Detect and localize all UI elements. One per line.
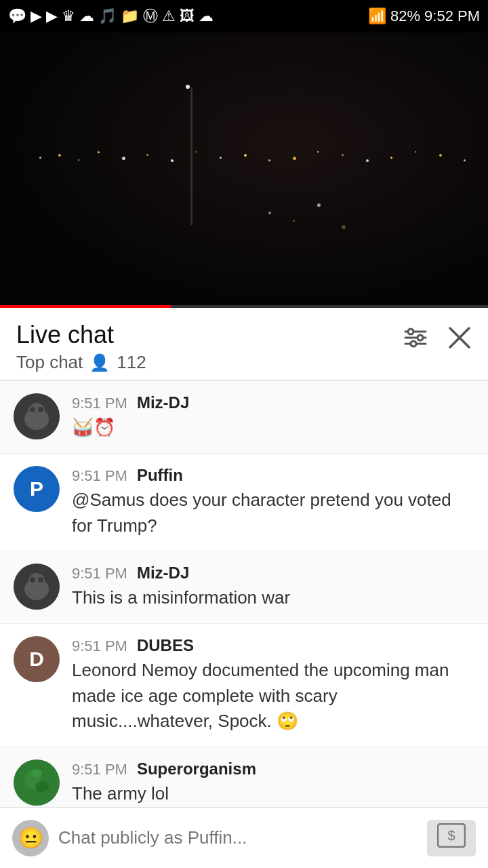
svg-point-16 [30,577,35,583]
svg-point-11 [30,407,35,412]
status-icons: 💬 ▶ ▶ ♛ ☁ 🎵 📁 Ⓜ ⚠ 🖼 ☁ [8,6,214,26]
chat-time: 9:51 PM [72,637,127,655]
chat-message-text: Leonord Nemoy documented the upcoming ma… [72,658,474,734]
emoji-icon: 😐 [18,826,43,850]
status-bar: 💬 ▶ ▶ ♛ ☁ 🎵 📁 Ⓜ ⚠ 🖼 ☁ 📶 82% 9:52 PM [0,0,488,33]
svg-text:$: $ [447,828,455,843]
m-icon: Ⓜ [143,6,158,26]
close-button[interactable] [447,326,472,353]
chat-header-left: Live chat Top chat 👤 112 [16,320,146,373]
chat-input[interactable] [58,827,418,848]
avatar [14,393,60,439]
chat-time: 9:51 PM [72,395,127,412]
svg-point-3 [408,329,413,334]
chat-subtitle: Top chat 👤 112 [16,352,146,373]
chat-meta: 9:51 PM Puffin [72,466,474,485]
music-icon: 🎵 [98,7,117,25]
cloud-icon: ☁ [79,7,94,25]
cloud2-icon: ☁ [199,7,214,25]
svg-point-4 [418,335,423,340]
chat-time: 9:51 PM [72,565,127,583]
video-background [0,33,488,308]
message-icon: 💬 [8,7,26,25]
video-progress-fill [0,305,171,308]
chat-username: Superorganism [137,760,256,778]
chat-meta: 9:51 PM DUBES [72,636,474,655]
chat-message-text: This is a misinformation war [72,585,474,611]
chat-header-right [403,320,472,353]
chat-meta: 9:51 PM Miz-DJ [72,564,474,583]
chat-meta: 9:51 PM Miz-DJ [72,393,474,412]
avatar: D [14,636,60,682]
youtube-icon: ▶ [30,7,42,25]
svg-point-17 [38,577,43,583]
send-button[interactable]: $ [427,820,476,856]
video-progress-bar[interactable] [0,305,488,308]
city-lights [0,33,488,308]
emoji-button[interactable]: 😐 [12,820,49,856]
filter-button[interactable] [403,326,428,353]
chat-content: 9:51 PM Puffin @Samus does your characte… [72,466,474,538]
clock-time: 9:52 PM [424,7,480,25]
youtube2-icon: ▶ [46,7,58,25]
chat-content: 9:51 PM Superorganism The army lol [72,760,474,807]
avatar [14,564,60,610]
viewer-icon: 👤 [89,353,110,372]
chat-username: Puffin [137,466,183,485]
chat-message-item: D 9:51 PM DUBES Leonord Nemoy documented… [0,624,488,747]
avatar [14,760,60,806]
chat-message-text: @Samus does your character pretend you v… [72,488,474,538]
warning-icon: ⚠ [162,7,176,25]
top-chat-label: Top chat [16,352,83,373]
chat-meta: 9:51 PM Superorganism [72,760,474,778]
chat-message-item: 9:51 PM Miz-DJ 🥁⏰ [0,381,488,454]
chat-username: Miz-DJ [137,393,189,412]
video-player[interactable] [0,33,488,308]
chat-message-text: The army lol [72,781,474,807]
chat-username: DUBES [137,636,194,655]
crown-icon: ♛ [62,7,75,25]
chat-time: 9:51 PM [72,467,127,485]
chat-list: 9:51 PM Miz-DJ 🥁⏰ P 9:51 PM Puffin @Samu… [0,381,488,868]
image-icon: 🖼 [180,7,195,25]
chat-username: Miz-DJ [137,564,189,583]
chat-message-text: 🥁⏰ [72,415,474,441]
avatar-letter: P [30,477,43,500]
chat-message-item: 9:51 PM Miz-DJ This is a misinformation … [0,551,488,624]
chat-content: 9:51 PM Miz-DJ 🥁⏰ [72,393,474,441]
status-right: 📶 82% 9:52 PM [368,7,480,25]
chat-time: 9:51 PM [72,761,127,778]
chat-message-item: P 9:51 PM Puffin @Samus does your charac… [0,454,488,551]
chat-content: 9:51 PM Miz-DJ This is a misinformation … [72,564,474,611]
viewer-count: 112 [117,352,146,373]
avatar: P [14,466,60,512]
folder-icon: 📁 [121,7,139,25]
chat-input-bar: 😐 $ [0,807,488,868]
wifi-icon: 📶 [368,7,386,25]
svg-point-12 [38,407,43,412]
chat-title: Live chat [16,320,146,349]
battery-text: 82% [390,7,420,25]
svg-point-5 [411,341,416,347]
chat-content: 9:51 PM DUBES Leonord Nemoy documented t… [72,636,474,734]
svg-point-20 [35,781,49,792]
send-icon: $ [437,823,466,852]
svg-point-21 [31,769,42,777]
avatar-letter: D [29,648,44,671]
chat-header: Live chat Top chat 👤 112 [0,308,488,380]
